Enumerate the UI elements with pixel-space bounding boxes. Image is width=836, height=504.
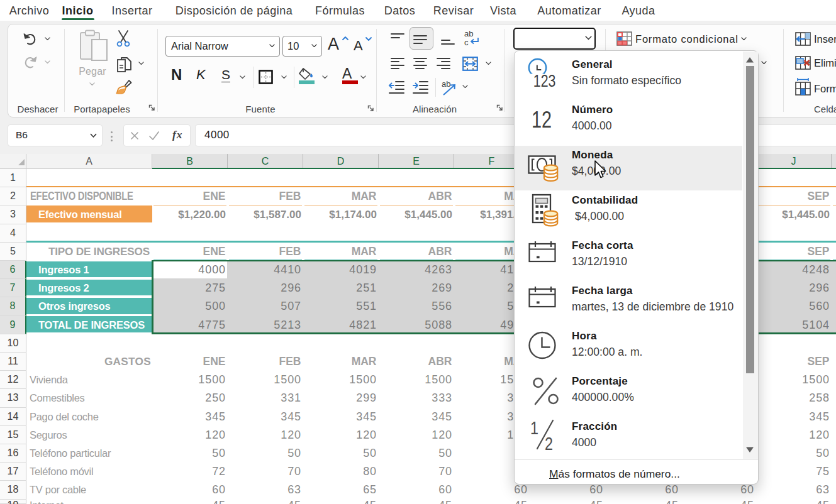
svg-text:ab: ab: [464, 29, 473, 38]
svg-text:2: 2: [545, 433, 553, 454]
svg-text:123: 123: [533, 72, 556, 90]
svg-text:1: 1: [530, 417, 538, 438]
svg-text:c: c: [464, 38, 469, 47]
svg-text:ab: ab: [442, 79, 450, 89]
